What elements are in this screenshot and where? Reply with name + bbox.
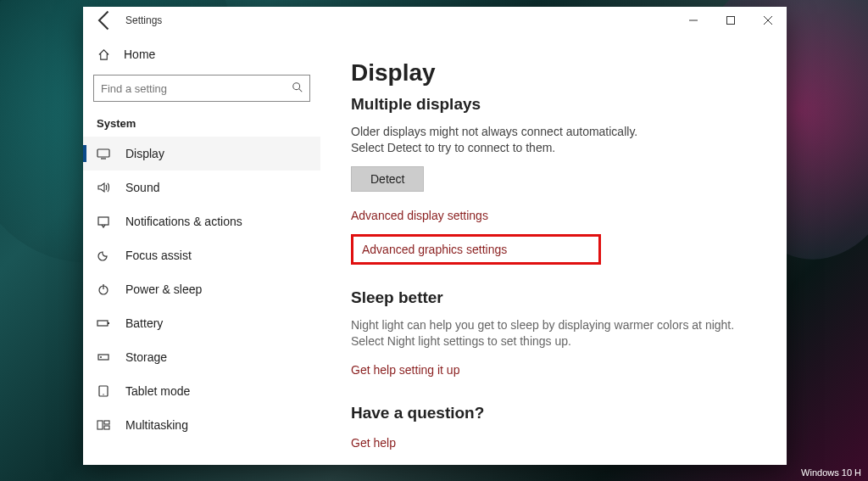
window-title: Settings — [125, 14, 162, 26]
svg-rect-18 — [104, 421, 109, 424]
tablet-icon — [97, 384, 110, 398]
home-nav[interactable]: Home — [83, 39, 320, 70]
sidebar-item-label: Notifications & actions — [125, 215, 242, 228]
power-icon — [97, 282, 110, 296]
titlebar: Settings — [83, 7, 787, 34]
close-button[interactable] — [749, 7, 787, 34]
category-title: System — [83, 110, 320, 137]
advanced-display-settings-link[interactable]: Advanced display settings — [351, 209, 488, 222]
home-label: Home — [124, 48, 155, 61]
svg-rect-8 — [98, 217, 108, 225]
svg-rect-19 — [104, 426, 109, 429]
sidebar-item-label: Display — [125, 147, 164, 160]
highlight-annotation: Advanced graphics settings — [351, 234, 601, 265]
focus-assist-icon — [97, 249, 110, 262]
sidebar: Home System Display Sound — [83, 34, 320, 465]
search-icon — [292, 81, 303, 96]
section-heading: Multiple displays — [351, 95, 756, 114]
multiple-displays-section: Multiple displays Older displays might n… — [351, 95, 756, 265]
sidebar-item-label: Multitasking — [125, 418, 188, 432]
notifications-icon — [97, 215, 110, 228]
sidebar-item-power-sleep[interactable]: Power & sleep — [83, 272, 320, 306]
svg-rect-1 — [727, 17, 735, 25]
svg-rect-6 — [97, 149, 109, 157]
advanced-graphics-settings-link[interactable]: Advanced graphics settings — [362, 243, 507, 256]
svg-rect-12 — [108, 322, 109, 324]
nav-list: Display Sound Notifications & actions Fo… — [83, 137, 320, 442]
sidebar-item-battery[interactable]: Battery — [83, 306, 320, 340]
svg-rect-11 — [97, 321, 108, 326]
search-box[interactable] — [93, 75, 310, 102]
section-heading: Sleep better — [351, 288, 756, 307]
svg-rect-13 — [98, 355, 108, 360]
os-watermark: Windows 10 H — [801, 467, 861, 478]
battery-icon — [97, 316, 110, 330]
sidebar-item-storage[interactable]: Storage — [83, 340, 320, 374]
section-body: Night light can help you get to sleep by… — [351, 317, 756, 350]
svg-rect-17 — [97, 421, 103, 429]
sidebar-item-label: Storage — [125, 350, 167, 364]
sidebar-item-label: Tablet mode — [125, 384, 190, 398]
svg-point-14 — [100, 356, 102, 358]
sidebar-item-notifications[interactable]: Notifications & actions — [83, 204, 320, 238]
storage-icon — [97, 350, 110, 364]
sidebar-item-label: Sound — [125, 181, 159, 194]
display-icon — [97, 147, 110, 160]
detect-button[interactable]: Detect — [351, 166, 424, 192]
maximize-button[interactable] — [712, 7, 749, 34]
back-button[interactable] — [93, 7, 117, 34]
home-icon — [97, 48, 110, 61]
svg-point-4 — [293, 83, 300, 90]
settings-window: Settings Home — [83, 7, 787, 465]
question-section: Have a question? Get help — [351, 404, 756, 453]
sidebar-item-label: Focus assist — [125, 249, 192, 262]
sidebar-item-sound[interactable]: Sound — [83, 171, 320, 204]
multitasking-icon — [97, 418, 110, 432]
sidebar-item-tablet-mode[interactable]: Tablet mode — [83, 374, 320, 408]
section-body: Older displays might not always connect … — [351, 124, 656, 156]
sidebar-item-focus-assist[interactable]: Focus assist — [83, 238, 320, 272]
get-help-link[interactable]: Get help — [351, 436, 396, 450]
main-content: Display Multiple displays Older displays… — [320, 34, 787, 465]
minimize-button[interactable] — [675, 7, 712, 34]
search-input[interactable] — [93, 75, 310, 102]
sidebar-item-display[interactable]: Display — [83, 137, 320, 171]
sound-icon — [97, 181, 110, 194]
sidebar-item-label: Battery — [125, 316, 163, 330]
sleep-help-link[interactable]: Get help setting it up — [351, 363, 459, 377]
section-heading: Have a question? — [351, 404, 756, 422]
svg-point-16 — [103, 394, 103, 394]
page-title: Display — [351, 59, 756, 87]
svg-line-5 — [299, 89, 303, 92]
sleep-better-section: Sleep better Night light can help you ge… — [351, 288, 756, 380]
sidebar-item-label: Power & sleep — [125, 282, 202, 296]
sidebar-item-multitasking[interactable]: Multitasking — [83, 408, 320, 442]
